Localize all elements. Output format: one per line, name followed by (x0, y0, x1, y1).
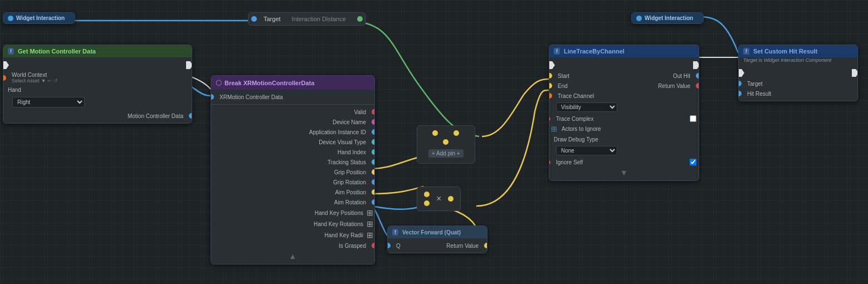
get-motion-controller-body: World Context Select Asset ▼ ↩ ↺ Hand Ri… (3, 57, 192, 123)
ignore-self-pin[interactable] (549, 160, 550, 164)
return-value-pin[interactable] (484, 243, 487, 248)
add-pin-button[interactable]: + Add pin + (428, 149, 464, 158)
hand-key-rotations-row: Hand Key Rotations ⊞ (211, 218, 374, 229)
wi-pin-2[interactable] (636, 16, 642, 21)
widget-interaction-header-1: Widget Interaction (3, 13, 75, 23)
lt-exec-out[interactable] (693, 61, 699, 69)
set-custom-hit-node: f Set Custom Hit Result Target is Widget… (738, 45, 858, 101)
multiply-in1[interactable] (424, 192, 430, 197)
tracking-status-row: Tracking Status (211, 157, 374, 167)
set-custom-hit-header: f Set Custom Hit Result (739, 45, 857, 57)
line-trace-body: Start Out Hit End Return Value Trace Cha… (549, 57, 699, 180)
multiply-in2[interactable] (424, 200, 430, 206)
add-pin-in1[interactable] (432, 130, 438, 136)
aim-rotation-pin[interactable] (372, 199, 375, 205)
hand-dropdown-container[interactable]: Right Left (3, 95, 192, 111)
xr-input-row: XRMotion Controller Data (211, 92, 374, 102)
trace-channel-dropdown[interactable]: Visibility Camera (556, 102, 617, 112)
valid-pin[interactable] (372, 109, 375, 115)
lt-exec-in[interactable] (549, 61, 555, 69)
break-xr-header: ⬡ Break XRMotionControllerData (211, 76, 374, 90)
hand-index-pin[interactable] (372, 149, 375, 155)
multiply-inputs (424, 192, 430, 206)
device-visual-pin[interactable] (372, 139, 375, 145)
multiply-out[interactable] (448, 196, 453, 202)
app-instance-row: Application Instance ID (211, 127, 374, 137)
is-grasped-row: Is Grasped (211, 241, 374, 251)
start-pin[interactable] (549, 73, 552, 79)
line-trace-node: f LineTraceByChannel Start Out Hit End R… (549, 45, 699, 181)
ignore-self-row: Ignore Self (549, 157, 699, 167)
vector-forward-body: Q Return Value (388, 238, 487, 253)
grip-position-row: Grip Position (211, 167, 374, 177)
world-context-pin[interactable] (3, 75, 6, 81)
set-custom-hit-body: Target Hit Result (739, 65, 857, 101)
draw-debug-dropdown[interactable]: None ForOneFrame ForDuration Persistent (556, 146, 617, 155)
ignore-self-checkbox[interactable] (690, 159, 696, 165)
out-hit-pin[interactable] (696, 73, 699, 79)
grip-position-pin[interactable] (372, 169, 375, 175)
valid-row: Valid (211, 107, 374, 117)
hand-row: Hand (3, 85, 192, 95)
motion-controller-data-pin[interactable] (189, 113, 192, 119)
device-name-row: Device Name (211, 117, 374, 127)
draw-debug-row: Draw Debug Type (549, 134, 699, 144)
hand-key-radii-row: Hand Key Radii ⊞ (211, 229, 374, 241)
hand-dropdown[interactable]: Right Left (12, 97, 85, 107)
hand-index-row: Hand Index (211, 147, 374, 157)
end-pin[interactable] (549, 83, 552, 89)
trace-complex-row: Trace Complex (549, 114, 699, 124)
lt-exec-row (549, 60, 699, 71)
vector-forward-node: f Vector Forward (Quat) Q Return Value (387, 226, 487, 253)
sch-target-row: Target (739, 79, 857, 89)
device-visual-row: Device Visual Type (211, 137, 374, 147)
actors-ignore-row: ⊞ Actors to Ignore (549, 124, 699, 134)
line-trace-header: f LineTraceByChannel (549, 45, 699, 57)
end-row: End Return Value (549, 81, 699, 91)
add-pin-second (443, 139, 448, 145)
collapse-arrow[interactable]: ▲ (211, 251, 374, 262)
get-motion-controller-header: f Get Motion Controller Data (3, 45, 192, 57)
aim-position-row: Aim Position (211, 187, 374, 197)
vector-forward-header: f Vector Forward (Quat) (388, 226, 487, 238)
interaction-distance-pin[interactable] (357, 16, 363, 22)
wi-pin-1[interactable] (8, 16, 13, 21)
grip-rotation-row: Grip Rotation (211, 177, 374, 187)
app-instance-pin[interactable] (372, 129, 375, 135)
hand-key-positions-row: Hand Key Positions ⊞ (211, 207, 374, 218)
exec-in-pin[interactable] (3, 61, 9, 69)
target-interaction-node: Target Interaction Distance (248, 12, 366, 26)
trace-complex-pin[interactable] (549, 117, 550, 121)
sch-exec-in[interactable] (738, 69, 744, 77)
add-pin-inputs (432, 130, 459, 136)
get-motion-controller-node: f Get Motion Controller Data World Conte… (3, 45, 192, 124)
world-context-row: World Context Select Asset ▼ ↩ ↺ (3, 71, 192, 85)
is-grasped-pin[interactable] (372, 243, 375, 248)
xr-input-pin[interactable] (211, 94, 214, 100)
exec-row (3, 60, 192, 71)
sch-hit-result-pin[interactable] (738, 91, 742, 96)
trace-channel-pin[interactable] (549, 93, 552, 99)
sch-target-pin[interactable] (738, 81, 742, 86)
motion-controller-output-row: Motion Controller Data (3, 111, 192, 121)
tracking-status-pin[interactable] (372, 159, 375, 165)
trace-channel-row: Trace Channel (549, 91, 699, 101)
sch-exec-row (739, 67, 857, 79)
target-input-pin[interactable] (251, 16, 257, 22)
add-pin-in2[interactable] (443, 139, 448, 145)
lt-return-pin[interactable] (696, 83, 699, 89)
sch-hit-result-row: Hit Result (739, 89, 857, 99)
lt-collapse-arrow[interactable]: ▼ (549, 167, 699, 178)
sch-exec-out[interactable] (852, 69, 858, 77)
add-pin-out[interactable] (453, 130, 459, 136)
start-row: Start Out Hit (549, 71, 699, 81)
trace-complex-checkbox[interactable] (690, 115, 696, 122)
exec-out-pin[interactable] (186, 61, 192, 69)
device-name-pin[interactable] (372, 119, 375, 125)
q-pin[interactable] (387, 243, 391, 248)
aim-position-pin[interactable] (372, 189, 375, 195)
multiply-node: × (417, 187, 461, 211)
break-xr-node: ⬡ Break XRMotionControllerData XRMotion … (211, 75, 375, 265)
grip-rotation-pin[interactable] (372, 179, 375, 185)
break-xr-body: XRMotion Controller Data Valid Device Na… (211, 90, 374, 264)
